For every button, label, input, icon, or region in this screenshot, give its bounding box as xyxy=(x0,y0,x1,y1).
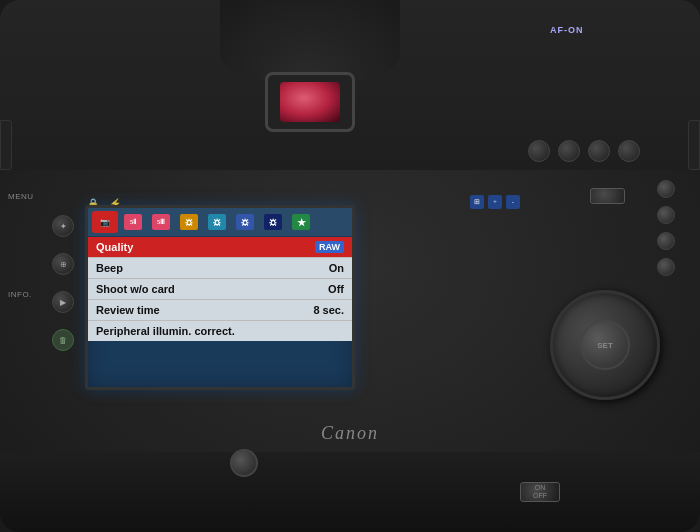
menu-tabs: 📷 5Ⅱ 5Ⅲ ⛭ ⛭ ⛭ ⛭ ★ xyxy=(88,208,352,237)
quality-value-badge: RAW xyxy=(315,241,344,253)
set-label: SET xyxy=(597,341,613,350)
tab-icon-8: ★ xyxy=(292,214,310,230)
menu-row-review-time[interactable]: Review time 8 sec. xyxy=(88,300,352,321)
menu-row-peripheral[interactable]: Peripheral illumin. correct. xyxy=(88,321,352,341)
bottom-center-button[interactable] xyxy=(230,449,258,477)
menu-row-quality[interactable]: Quality RAW xyxy=(88,237,352,258)
grid-icon: ⊞ xyxy=(470,195,484,209)
tab-icon-5: ⛭ xyxy=(208,214,226,230)
right-button-3[interactable] xyxy=(657,232,675,250)
left-button-2[interactable]: ⊕ xyxy=(52,253,74,275)
shoot-wo-card-label: Shoot w/o card xyxy=(96,283,328,295)
strap-lug-left xyxy=(0,120,12,170)
top-right-buttons xyxy=(528,140,640,162)
on-off-switch[interactable]: ON OFF xyxy=(520,482,560,502)
af-on-label: AF-ON xyxy=(550,25,584,35)
menu-tab-3[interactable]: 5Ⅲ xyxy=(148,211,174,233)
menu-label: MENU xyxy=(8,192,34,201)
review-time-value: 8 sec. xyxy=(313,304,344,316)
lcd-screen: 📷 5Ⅱ 5Ⅲ ⛭ ⛭ ⛭ ⛭ ★ xyxy=(85,205,355,390)
left-side-buttons: ✦ ⊕ ▶ 🗑 xyxy=(52,215,74,351)
tab-icon-6: ⛭ xyxy=(236,214,254,230)
top-button-3[interactable] xyxy=(588,140,610,162)
zoom-in-icon: + xyxy=(488,195,502,209)
menu-tab-6[interactable]: ⛭ xyxy=(232,211,258,233)
left-button-3[interactable]: ▶ xyxy=(52,291,74,313)
right-control-buttons xyxy=(657,180,675,276)
menu-tab-1[interactable]: 📷 xyxy=(92,211,118,233)
beep-label: Beep xyxy=(96,262,329,274)
menu-tab-7[interactable]: ⛭ xyxy=(260,211,286,233)
menu-tab-8[interactable]: ★ xyxy=(288,211,314,233)
camera-bottom xyxy=(0,452,700,532)
right-button-4[interactable] xyxy=(657,258,675,276)
tab-icon-2: 5Ⅱ xyxy=(124,214,142,230)
main-dial[interactable]: SET xyxy=(550,290,660,400)
top-button-2[interactable] xyxy=(558,140,580,162)
on-off-text: ON OFF xyxy=(533,484,547,499)
menu-tab-2[interactable]: 5Ⅱ xyxy=(120,211,146,233)
beep-value: On xyxy=(329,262,344,274)
tab-icon-7: ⛭ xyxy=(264,214,282,230)
tab-icon-1: 📷 xyxy=(96,214,114,230)
zoom-out-icon: - xyxy=(506,195,520,209)
af-on-button[interactable] xyxy=(590,188,625,204)
quality-label: Quality xyxy=(96,241,315,253)
menu-tab-4[interactable]: ⛭ xyxy=(176,211,202,233)
top-button-1[interactable] xyxy=(528,140,550,162)
viewfinder-inner xyxy=(280,82,340,122)
main-dial-inner: SET xyxy=(580,320,630,370)
on-off-indicator: ON OFF xyxy=(520,482,560,502)
peripheral-label: Peripheral illumin. correct. xyxy=(96,325,344,337)
menu-tab-5[interactable]: ⛭ xyxy=(204,211,230,233)
canon-logo: Canon xyxy=(321,423,379,444)
tab-icon-3: 5Ⅲ xyxy=(152,214,170,230)
top-right-lcd-icons: ⊞ + - xyxy=(470,195,520,209)
strap-lug-right xyxy=(688,120,700,170)
af-on-area: AF-ON xyxy=(550,15,620,45)
camera-body: AF-ON MENU INFO. 🔒 ⚡ ⊞ + - 📷 5Ⅱ xyxy=(0,0,700,532)
menu-row-shoot-wo-card[interactable]: Shoot w/o card Off xyxy=(88,279,352,300)
right-button-2[interactable] xyxy=(657,206,675,224)
menu-row-beep[interactable]: Beep On xyxy=(88,258,352,279)
right-button-1[interactable] xyxy=(657,180,675,198)
left-button-delete[interactable]: 🗑 xyxy=(52,329,74,351)
info-label: INFO. xyxy=(8,290,32,299)
menu-content: Quality RAW Beep On Shoot w/o card Off R… xyxy=(88,237,352,341)
left-button-1[interactable]: ✦ xyxy=(52,215,74,237)
tab-icon-4: ⛭ xyxy=(180,214,198,230)
viewfinder-eyepiece xyxy=(265,72,355,132)
top-button-4[interactable] xyxy=(618,140,640,162)
review-time-label: Review time xyxy=(96,304,313,316)
shoot-wo-card-value: Off xyxy=(328,283,344,295)
